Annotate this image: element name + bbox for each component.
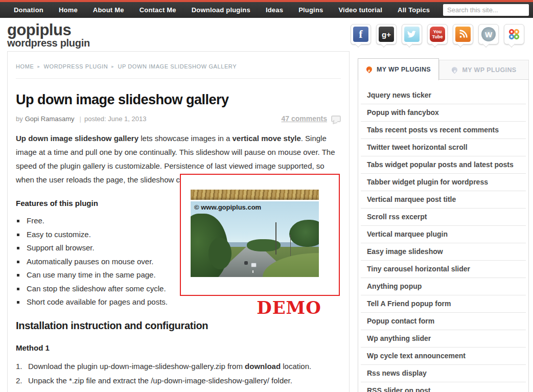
nav-item-about-me[interactable]: About Me: [85, 6, 132, 14]
sidebar-item-rss-slider-on-post[interactable]: RSS slider on post: [361, 382, 526, 392]
breadcrumb-current: UP DOWN IMAGE SLIDESHOW GALLERY: [118, 63, 237, 70]
nav-item-plugins[interactable]: Plugins: [291, 6, 331, 14]
comments: 47 comments: [282, 114, 341, 123]
sidebar-item-scroll-rss-excerpt[interactable]: Scroll rss excerpt: [361, 209, 526, 226]
method-heading: Method 1: [16, 343, 341, 352]
sidebar-item-wp-anything-slider[interactable]: Wp anything slider: [361, 330, 526, 348]
tab-my-wp-plugins-inactive[interactable]: MY WP PLUGINS: [439, 60, 529, 79]
sidebar-item-popup-contact-form[interactable]: Popup contact form: [361, 313, 526, 330]
rss-waves-icon: [458, 30, 468, 39]
tab-my-wp-plugins-active[interactable]: MY WP PLUGINS: [358, 58, 439, 80]
image-watermark: © www.gopiplus.com: [194, 203, 261, 211]
joomla-star-icon: [507, 28, 521, 41]
sidebar-item-tabber-widget[interactable]: Tabber widget plugin for wordpress: [361, 174, 526, 191]
nav-item-ideas[interactable]: Ideas: [258, 6, 291, 14]
sidebar-plugins-panel: Jquery news ticker Popup with fancybox T…: [358, 79, 529, 392]
demo-slideshow-previous-image: [191, 190, 319, 200]
flame-icon: [366, 65, 373, 74]
twitter-bird-icon: [406, 29, 418, 40]
youtube-icon[interactable]: You Tube: [427, 24, 448, 44]
demo-slideshow-image: © www.gopiplus.com: [191, 201, 319, 277]
sidebar-item-wp-cycle-text[interactable]: Wp cycle text announcement: [361, 348, 526, 365]
sidebar-plugins-list: Jquery news ticker Popup with fancybox T…: [358, 80, 528, 392]
breadcrumb-wordpress-plugin[interactable]: WORDPRESS PLUGIN: [44, 63, 108, 70]
install-heading: Installation instruction and configurati…: [16, 320, 341, 332]
main-nav: Donation Home About Me Contact Me Downlo…: [0, 2, 533, 18]
nav-item-contact-me[interactable]: Contact Me: [132, 6, 184, 14]
comments-link[interactable]: 47 comments: [282, 114, 327, 123]
install-step: 3.Drop the `up-down-image-slideshow-gall…: [16, 388, 341, 392]
features-list: Free. Easy to customize. Support all bro…: [16, 214, 179, 309]
facebook-icon[interactable]: f: [351, 24, 371, 44]
breadcrumb-separator-icon: ▸: [111, 64, 114, 69]
feature-item: Easy to customize.: [16, 228, 179, 242]
install-step: 2.Unpack the *.zip file and extract the …: [16, 374, 341, 388]
install-step: 1.Download the plugin up-down-image-slid…: [16, 359, 341, 374]
byline: by Gopi Ramasamy | posted: June 1, 2013 …: [16, 114, 341, 123]
page-title: Up down image slideshow gallery: [16, 92, 341, 108]
nav-item-video-tutorial[interactable]: Video tutorial: [331, 6, 390, 14]
install-steps: 1.Download the plugin up-down-image-slid…: [16, 359, 341, 392]
byline-divider: |: [80, 115, 81, 123]
posted-date: posted: June 1, 2013: [84, 115, 146, 123]
breadcrumb-home[interactable]: HOME: [16, 63, 34, 70]
sidebar-item-tabs-recent-posts[interactable]: Tabs recent posts vs recent comments: [361, 122, 526, 139]
sidebar-item-twitter-tweet-scroll[interactable]: Twitter tweet horizontal scroll: [361, 139, 526, 156]
feature-item: Automatically pauses on mouse over.: [16, 255, 179, 269]
search-box: [443, 4, 529, 16]
sidebar-item-vertical-marquee-post-title[interactable]: Vertical marquee post title: [361, 191, 526, 209]
rss-icon[interactable]: [453, 24, 473, 44]
logo-line2: wordpress plugin: [7, 38, 90, 49]
flame-icon: [451, 66, 458, 74]
sidebar-item-rss-news-display[interactable]: Rss news display: [361, 365, 526, 382]
google-plus-icon[interactable]: g+: [376, 24, 397, 44]
nav-item-home[interactable]: Home: [51, 6, 85, 14]
sidebar-item-anything-popup[interactable]: Anything popup: [361, 278, 526, 295]
author-link[interactable]: Gopi Ramasamy: [25, 115, 75, 123]
feature-item: Short code available for pages and posts…: [16, 295, 179, 309]
sidebar-item-tabs-widget-popular[interactable]: Tabs widget popular posts and latest pos…: [361, 156, 526, 174]
site-logo[interactable]: gopiplus wordpress plugin: [7, 22, 90, 49]
wordpress-icon[interactable]: W: [478, 24, 499, 44]
comment-bubble-icon: [331, 116, 341, 122]
joomla-icon[interactable]: [504, 24, 524, 44]
sidebar-item-tell-a-friend[interactable]: Tell A Friend popup form: [361, 295, 526, 313]
sidebar-item-tiny-carousel-slider[interactable]: Tiny carousel horizontal slider: [361, 261, 526, 278]
nav-item-all-topics[interactable]: All Topics: [390, 6, 437, 14]
sidebar-item-popup-with-fancybox[interactable]: Popup with fancybox: [361, 104, 526, 122]
sidebar-item-jquery-news-ticker[interactable]: Jquery news ticker: [361, 87, 526, 104]
demo-link[interactable]: DEMO: [254, 297, 323, 318]
breadcrumb: HOME ▸ WORDPRESS PLUGIN ▸ UP DOWN IMAGE …: [16, 52, 341, 79]
feature-item: Can use many time in the same page.: [16, 268, 179, 282]
feature-item: Can stop the slideshow after some cycle.: [16, 282, 179, 296]
sidebar-item-easy-image-slideshow[interactable]: Easy image slideshow: [361, 243, 526, 261]
sidebar-item-vertical-marquee-plugin[interactable]: Vertical marquee plugin: [361, 226, 526, 243]
twitter-icon[interactable]: [402, 24, 422, 44]
nav-item-donation[interactable]: Donation: [6, 6, 51, 14]
search-input[interactable]: [447, 6, 533, 14]
logo-line1: gopiplus: [7, 22, 90, 38]
feature-item: Support all browser.: [16, 241, 179, 255]
breadcrumb-separator-icon: ▸: [37, 64, 40, 69]
feature-item: Free.: [16, 214, 179, 228]
nav-item-download-plugins[interactable]: Download plugins: [184, 6, 258, 14]
page: Donation Home About Me Contact Me Downlo…: [0, 0, 533, 392]
byline-by: by: [16, 115, 23, 123]
demo-slideshow-frame: © www.gopiplus.com: [180, 174, 340, 296]
